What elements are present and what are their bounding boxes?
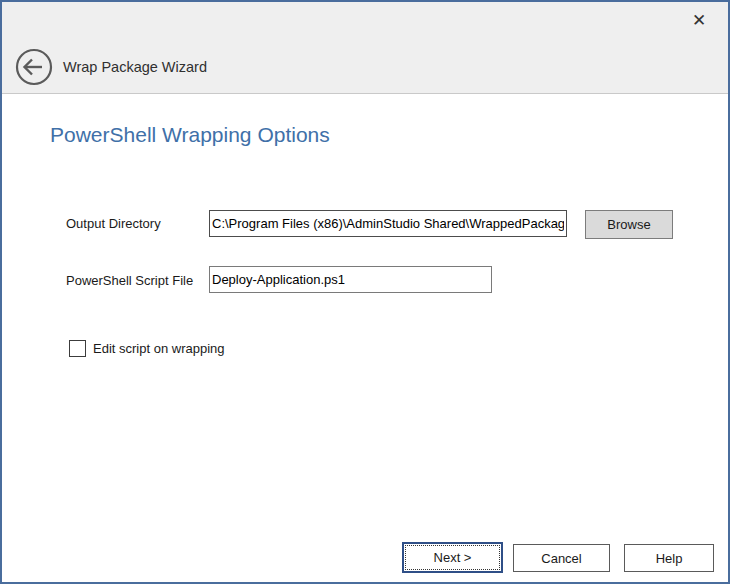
edit-script-checkbox[interactable] [69, 340, 86, 357]
browse-button[interactable]: Browse [585, 210, 673, 239]
cancel-button[interactable]: Cancel [513, 544, 610, 572]
back-button[interactable] [15, 48, 53, 86]
close-icon[interactable]: ✕ [687, 9, 711, 33]
output-directory-input[interactable] [209, 210, 567, 237]
output-directory-label: Output Directory [66, 216, 161, 231]
wizard-dialog: ✕ Wrap Package Wizard PowerShell Wrappin… [0, 0, 730, 584]
next-button[interactable]: Next > [402, 542, 503, 573]
script-file-input[interactable] [209, 266, 492, 293]
page-title: PowerShell Wrapping Options [50, 123, 330, 147]
back-arrow-icon [15, 48, 53, 86]
wizard-header: ✕ Wrap Package Wizard [2, 2, 728, 94]
script-file-label: PowerShell Script File [66, 273, 193, 288]
help-button[interactable]: Help [624, 544, 714, 572]
wizard-title: Wrap Package Wizard [63, 59, 207, 75]
edit-script-checkbox-label[interactable]: Edit script on wrapping [93, 341, 225, 356]
